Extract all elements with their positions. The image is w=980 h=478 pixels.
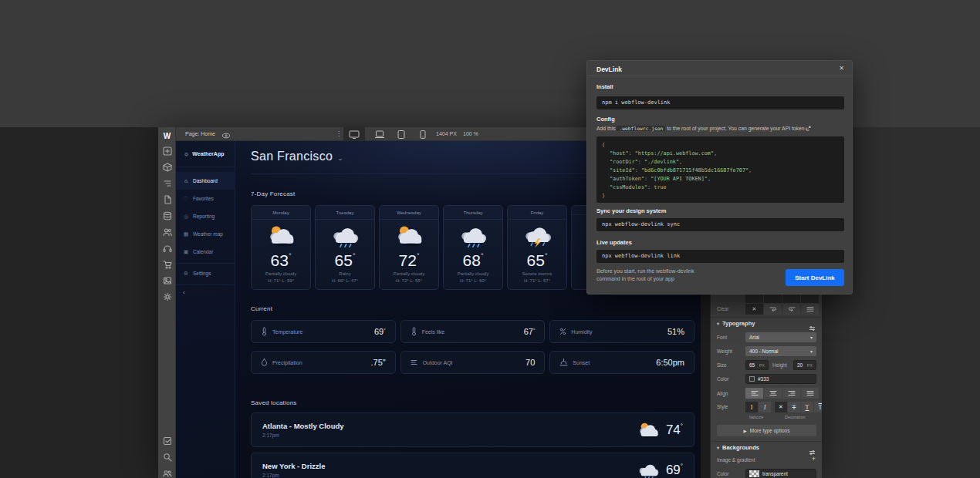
temp-value: 68 [463, 251, 481, 269]
font-color-input[interactable]: #333 [745, 374, 816, 384]
backdrop-left [0, 127, 158, 478]
line-height-input[interactable]: 20PX [793, 360, 816, 370]
search-icon[interactable] [158, 450, 176, 464]
live-command[interactable]: npx webflow-devlink link [596, 250, 844, 263]
audit-icon[interactable] [158, 434, 176, 448]
canvas-zoom-value[interactable]: 100 % [463, 131, 478, 136]
breakpoint-laptop-button[interactable] [369, 127, 390, 141]
breakpoint-desktop-button[interactable] [343, 127, 365, 141]
settings-icon[interactable] [158, 290, 176, 304]
forecast-card[interactable]: Monday 63° Partially cloudy H: 71° L: 59… [251, 205, 311, 290]
font-size-input[interactable]: 65PX [745, 360, 769, 370]
sidebar-item-calendar[interactable]: ▣ Calendar [176, 243, 235, 261]
align-left-button[interactable] [745, 388, 763, 399]
ecommerce-icon[interactable] [158, 258, 176, 271]
sidebar-item-weather-map[interactable]: ▦ Weather map [176, 225, 235, 243]
align-justify-button[interactable] [801, 388, 819, 399]
decoration-none-button[interactable]: ✕ [775, 402, 787, 412]
underline-button[interactable]: T [801, 402, 813, 412]
webflow-logo[interactable]: W [158, 129, 176, 143]
collapse-sidebar-button[interactable]: ‹ [183, 289, 185, 296]
font-select[interactable]: Arial▾ [745, 332, 816, 342]
current-card-sunset[interactable]: Sunset 6:50pm [549, 351, 694, 374]
current-card-temperature[interactable]: Temperature 69° [251, 320, 396, 343]
italic-on-button[interactable]: I [759, 402, 771, 412]
forecast-card[interactable]: Wednesday 72° Partially cloudy H: 72° L:… [379, 205, 439, 290]
external-link-icon[interactable] [806, 126, 811, 131]
humidity-icon [559, 327, 566, 336]
day-label: Thursday [444, 206, 502, 220]
align-center-button[interactable] [764, 388, 782, 399]
degree-sign: ° [384, 328, 385, 332]
heart-icon: ♡ [183, 196, 189, 202]
current-card-outdoor-aqi[interactable]: Outdoor AQI 70 [400, 351, 546, 374]
saved-location-row[interactable]: New York - Drizzle 2:17pm 69° [251, 453, 694, 478]
navigator-icon[interactable] [158, 177, 176, 190]
users-icon[interactable] [158, 225, 176, 239]
temp-value: 65 [335, 251, 353, 269]
sync-label: Sync your design system [596, 207, 666, 214]
weight-select[interactable]: 400 - Normal▾ [745, 346, 816, 356]
more-menu-icon[interactable]: ⋮ [336, 130, 342, 137]
temp-value: 65 [527, 251, 545, 269]
typography-section-header[interactable]: ▾Typography [717, 320, 755, 327]
overline-button[interactable]: T [814, 402, 822, 412]
start-devlink-button[interactable]: Start DevLink [786, 269, 844, 286]
day-label: Monday [252, 206, 310, 220]
current-card-feels-like[interactable]: Feels like 67° [400, 320, 546, 343]
canvas-width-value[interactable]: 1404 PX [436, 131, 457, 136]
color-label: Color [717, 376, 729, 382]
close-icon[interactable]: ✕ [839, 65, 844, 72]
sidebar-item-reporting[interactable]: ◎ Reporting [176, 207, 235, 225]
chevron-down-icon: ▾ [810, 348, 813, 354]
day-label: Wednesday [380, 206, 438, 220]
current-card-precipitation[interactable]: Precipitation .75" [251, 351, 396, 374]
background-color-input[interactable]: transparent [745, 469, 816, 478]
more-type-options-button[interactable]: ▶ More type options [717, 425, 816, 436]
assets-icon[interactable] [158, 274, 176, 288]
align-right-button[interactable] [782, 388, 800, 399]
clear-x-button[interactable]: ✕ [745, 304, 763, 315]
components-icon[interactable] [158, 160, 176, 174]
forecast-card[interactable]: Thursday 68° Partially cloudy H: 71° L: … [443, 205, 503, 290]
location-name: Atlanta - Mostly Cloudy [262, 422, 344, 430]
list-icon-button[interactable] [801, 304, 819, 315]
divider [176, 284, 235, 285]
condition-label: Rainy [339, 271, 350, 276]
wrap-icon-button[interactable] [764, 304, 782, 315]
sidebar-item-favorites[interactable]: ♡ Favorites [176, 190, 235, 207]
saved-location-row[interactable]: Atlanta - Mostly Cloudy 2:17pm 74° [251, 412, 694, 447]
clear-label: Clear [717, 306, 729, 311]
chevron-down-icon[interactable]: ⌄ [337, 154, 343, 162]
config-json-block[interactable]: { "host": "https://api.webflow.com", "ro… [596, 136, 844, 203]
apps-icon[interactable] [158, 241, 176, 255]
nav-label: Dashboard [193, 178, 218, 183]
metric-value: 70 [525, 358, 535, 367]
wrap-reverse-icon-button[interactable] [782, 304, 800, 315]
metric-value: .75" [370, 358, 385, 367]
italic-off-button[interactable]: I [745, 402, 758, 412]
breakpoint-phone-button[interactable] [412, 127, 434, 141]
sidebar-item-settings[interactable]: ⚙ Settings [176, 264, 235, 282]
divider [176, 167, 235, 167]
strikethrough-button[interactable]: T [788, 402, 800, 412]
install-command[interactable]: npm i webflow-devlink [596, 96, 844, 109]
metric-label: Feels like [422, 329, 445, 335]
sidebar-item-dashboard[interactable]: ⌂ Dashboard [176, 172, 235, 190]
breakpoint-tablet-button[interactable] [390, 127, 412, 141]
page-selector[interactable]: Page: Home [185, 131, 215, 136]
forecast-card[interactable]: Friday 65° Severe storms H: 71° L: 57° [507, 205, 567, 290]
add-elements-icon[interactable] [158, 144, 176, 158]
background-color-label: Color [717, 471, 729, 476]
collaborators-icon[interactable] [158, 466, 176, 478]
pages-icon[interactable] [158, 193, 176, 207]
color-swatch [749, 376, 755, 382]
backgrounds-section-header[interactable]: ▾Backgrounds [717, 444, 759, 451]
current-card-humidity[interactable]: Humidity 51% [549, 320, 694, 343]
hilo-label: H: 71° L: 57° [524, 278, 550, 283]
sync-command[interactable]: npx webflow-devlink sync [596, 218, 844, 231]
add-background-button[interactable]: + [812, 455, 816, 463]
cms-icon[interactable] [158, 209, 176, 223]
condition-label: Partially cloudy [458, 271, 488, 276]
forecast-card[interactable]: Tuesday 65° Rainy H: 66° L: 47° [315, 205, 375, 290]
